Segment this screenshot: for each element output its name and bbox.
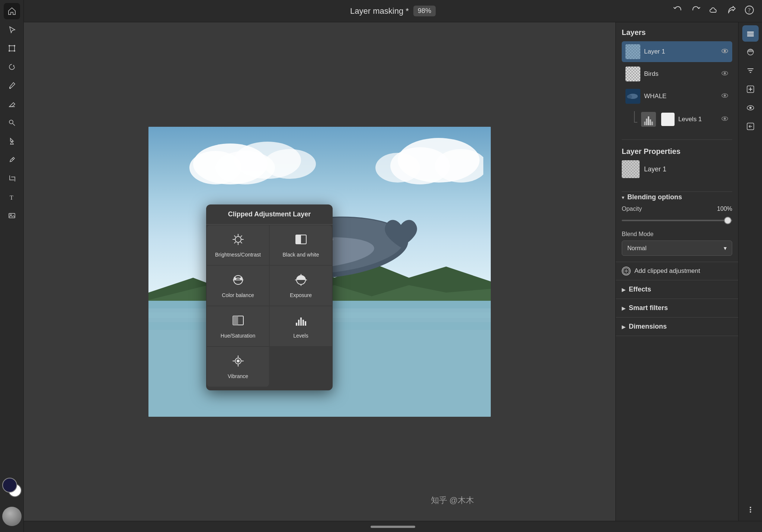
layer-visibility-birds[interactable] — [721, 70, 729, 78]
far-right-filters-icon[interactable] — [742, 62, 759, 79]
far-right-more-icon[interactable] — [742, 502, 759, 518]
far-right-adjustments-icon[interactable] — [742, 44, 759, 60]
far-right-visibility-icon[interactable] — [742, 100, 759, 116]
svg-point-71 — [724, 50, 726, 52]
color-swatches[interactable] — [2, 478, 22, 504]
dimensions-title: Dimensions — [629, 323, 667, 331]
brightness-contrast-item[interactable]: Brightness/Contrast — [207, 225, 269, 265]
exposure-item[interactable]: Exposure — [270, 266, 332, 306]
layer-visibility-layer1[interactable] — [721, 47, 729, 56]
svg-point-38 — [235, 236, 241, 242]
opacity-thumb[interactable] — [724, 217, 731, 224]
select-tool[interactable] — [4, 22, 20, 38]
effects-section-header[interactable]: ▶ Effects — [616, 280, 738, 299]
text-tool[interactable]: T — [4, 189, 20, 205]
svg-rect-58 — [233, 316, 238, 325]
levels-label: Levels — [293, 333, 308, 339]
layer-preview-row: Layer 1 — [622, 160, 732, 178]
svg-rect-59 — [296, 323, 297, 326]
smart-filters-chevron: ▶ — [622, 305, 626, 311]
svg-point-2 — [14, 45, 15, 46]
layer-item-birds[interactable]: Birds — [622, 64, 732, 84]
svg-point-77 — [724, 94, 726, 97]
layer-item-layer1[interactable]: Layer 1 — [622, 41, 732, 62]
divider-2 — [622, 191, 732, 192]
layer-visibility-levels1[interactable] — [721, 115, 729, 124]
black-white-item[interactable]: Black and white — [270, 225, 332, 265]
bottom-bar — [24, 521, 762, 532]
svg-rect-84 — [747, 33, 754, 35]
smart-filters-section-header[interactable]: ▶ Smart filters — [616, 299, 738, 317]
svg-point-75 — [627, 95, 632, 99]
vibrance-label: Vibrance — [228, 373, 248, 379]
far-right-add-icon[interactable] — [742, 81, 759, 97]
clone-tool[interactable] — [4, 115, 20, 131]
svg-rect-60 — [298, 320, 300, 326]
vibrance-icon — [231, 354, 245, 370]
clouds-svg — [186, 134, 316, 201]
svg-point-99 — [750, 511, 751, 513]
layer-item-levels1[interactable]: Levels 1 — [622, 108, 732, 130]
layer-name-levels1: Levels 1 — [678, 116, 717, 123]
opacity-track — [622, 220, 732, 221]
brightness-label: Brightness/Contrast — [215, 252, 261, 258]
hue-saturation-item[interactable]: Hue/Saturation — [207, 306, 269, 346]
far-right-layers-icon[interactable] — [742, 25, 759, 42]
layer-name-birds: Birds — [644, 70, 717, 78]
opacity-label: Opacity — [622, 206, 642, 212]
svg-point-97 — [750, 507, 751, 508]
crop-tool[interactable] — [4, 170, 20, 187]
add-clipped-adjustment-button[interactable]: Add clipped adjustment — [616, 262, 738, 280]
black-white-label: Black and white — [282, 252, 319, 258]
layer-name-layer1: Layer 1 — [644, 48, 717, 55]
eraser-tool[interactable] — [4, 96, 20, 112]
layer-visibility-whale[interactable] — [721, 92, 729, 101]
exposure-label: Exposure — [290, 292, 312, 298]
fill-tool[interactable] — [4, 133, 20, 149]
zoom-level[interactable]: 98% — [413, 6, 436, 16]
home-button[interactable] — [4, 3, 20, 19]
svg-point-50 — [234, 277, 236, 280]
svg-line-44 — [241, 242, 242, 243]
svg-point-98 — [750, 509, 751, 510]
dimensions-chevron: ▶ — [622, 324, 626, 330]
blend-mode-value: Normal — [627, 245, 647, 252]
blending-options-chevron: ▾ — [622, 194, 624, 200]
lasso-tool[interactable] — [4, 59, 20, 75]
clipped-adjustment-popup: Clipped Adjustment Layer — [206, 204, 333, 390]
transform-tool[interactable] — [4, 40, 20, 57]
opacity-slider[interactable] — [622, 216, 732, 225]
scroll-indicator[interactable] — [371, 526, 415, 528]
brush-tool[interactable] — [4, 77, 20, 94]
top-bar: Layer masking * 98% — [24, 0, 762, 22]
svg-line-45 — [241, 236, 242, 237]
canvas-area: Clipped Adjustment Layer — [24, 22, 762, 521]
help-button[interactable]: ? — [744, 5, 755, 17]
layer-name-whale: WHALE — [644, 93, 717, 100]
levels-item[interactable]: Levels — [270, 306, 332, 346]
opacity-row: Opacity 100% — [622, 206, 732, 212]
canvas-container[interactable]: Clipped Adjustment Layer — [24, 22, 615, 521]
dimensions-section-header[interactable]: ▶ Dimensions — [616, 317, 738, 336]
layer-properties-section: Layer Properties Layer 1 — [616, 141, 738, 190]
eyedropper-tool[interactable] — [4, 152, 20, 168]
blend-mode-select[interactable]: Normal ▾ — [622, 241, 732, 256]
vibrance-item[interactable]: Vibrance — [207, 347, 269, 387]
layer-mask-levels1 — [661, 113, 675, 126]
top-bar-actions: ? — [673, 5, 755, 17]
layer-thumb-levels1 — [641, 112, 656, 127]
foreground-color-swatch[interactable] — [2, 478, 17, 493]
color-balance-item[interactable]: Color balance — [207, 266, 269, 306]
far-right-history-icon[interactable] — [742, 118, 759, 135]
redo-button[interactable] — [691, 5, 701, 17]
image-tool[interactable] — [4, 207, 20, 224]
layer-item-whale[interactable]: WHALE — [622, 86, 732, 107]
add-clipped-label: Add clipped adjustment — [634, 267, 700, 275]
blending-options-header[interactable]: ▾ Blending options — [622, 193, 732, 201]
undo-button[interactable] — [673, 5, 683, 17]
share-button[interactable] — [726, 5, 737, 17]
svg-point-4 — [14, 50, 15, 52]
layer-thumb-birds — [625, 67, 640, 81]
black-white-icon — [294, 233, 308, 249]
cloud-button[interactable] — [708, 5, 719, 17]
